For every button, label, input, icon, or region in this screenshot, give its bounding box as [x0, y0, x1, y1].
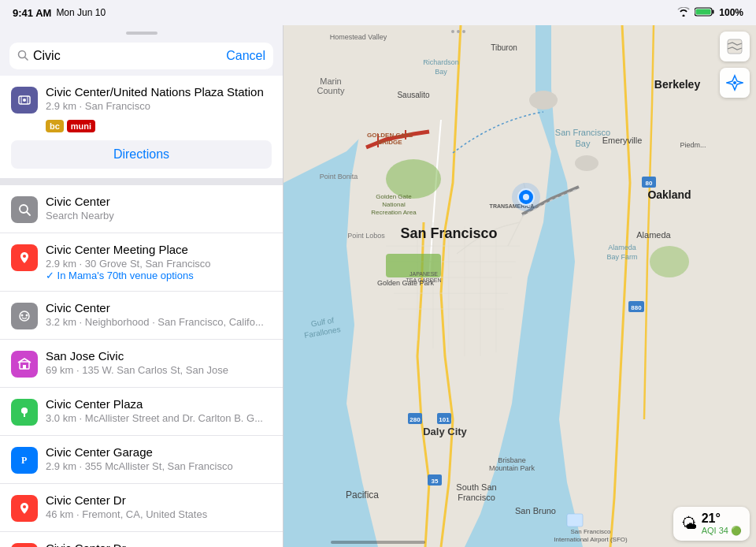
result-icon-pin [11, 244, 38, 271]
home-indicator [331, 541, 425, 544]
svg-marker-5 [551, 25, 756, 547]
result-icon-neighborhood [11, 303, 38, 329]
location-button[interactable] [720, 68, 750, 98]
svg-point-93 [21, 314, 24, 317]
svg-point-40 [512, 183, 540, 211]
svg-text:80: 80 [646, 180, 653, 187]
svg-point-79 [457, 30, 460, 33]
result-icon-parking: P [11, 447, 38, 474]
result-icon-pin2 [11, 495, 38, 522]
list-item[interactable]: Civic Center Plaza 3.0 km · McAllister S… [0, 388, 283, 436]
svg-point-88 [23, 99, 26, 102]
first-result-icon [11, 87, 38, 113]
result-sub: Search Nearby [46, 210, 272, 221]
result-name: Civic Center Meeting Place [46, 243, 272, 256]
svg-text:San Francisco: San Francisco [555, 128, 610, 137]
result-content: Civic Center 3.2 km · Neighborhood · San… [46, 301, 272, 328]
status-time: 9:41 AM [13, 7, 51, 19]
weather-aqi: AQI 34 🟢 [702, 526, 742, 536]
svg-text:GOLDEN GATE: GOLDEN GATE [367, 132, 413, 139]
svg-text:Francisco: Francisco [458, 493, 495, 502]
results-list: Civic Center/United Nations Plaza Statio… [0, 76, 283, 547]
svg-point-78 [451, 30, 454, 33]
result-name: Civic Center Plaza [46, 397, 272, 411]
separator-1 [0, 179, 283, 185]
svg-text:Piedm...: Piedm... [680, 141, 706, 149]
svg-text:South San: South San [456, 482, 496, 492]
svg-text:Daly City: Daly City [423, 426, 467, 437]
result-sub: 69 km · 135 W. San Carlos St, San Jose [46, 364, 272, 376]
svg-text:Marin: Marin [320, 76, 342, 86]
directions-button[interactable]: Directions [11, 140, 272, 169]
result-venue-link[interactable]: ✓ In Mama's 70th venue options [46, 270, 272, 281]
result-name: Civic Center [46, 195, 272, 208]
svg-text:San Francisco: San Francisco [570, 528, 611, 535]
svg-text:P: P [21, 455, 27, 466]
result-icon-park [11, 399, 38, 426]
list-item[interactable]: Civic Center Dr 63 km · Santa Clara, CA,… [0, 532, 283, 547]
result-sub: 3.2 km · Neighborhood · San Francisco, C… [46, 316, 272, 328]
status-bar: 9:41 AM Mon Jun 10 100% [0, 0, 756, 25]
first-result-item[interactable]: Civic Center/United Nations Plaza Statio… [0, 76, 283, 179]
svg-text:Berkeley: Berkeley [654, 78, 701, 91]
first-result-content: Civic Center/United Nations Plaza Statio… [46, 85, 272, 112]
svg-text:280: 280 [410, 416, 421, 423]
svg-text:JAPANESE: JAPANESE [410, 271, 438, 277]
svg-text:TEA GARDEN: TEA GARDEN [406, 277, 441, 283]
map-area[interactable]: San Francisco Daly City South San Franci… [284, 25, 756, 547]
map-type-button[interactable] [720, 32, 750, 61]
result-sub: 3.0 km · McAllister Street and Dr. Carlt… [46, 412, 272, 424]
result-icon-venue [11, 351, 38, 378]
badge-muni: muni [67, 120, 95, 132]
result-name: Civic Center Dr [46, 493, 272, 507]
list-item[interactable]: Civic Center Search Nearby [0, 185, 283, 233]
weather-widget[interactable]: 🌤 21° AQI 34 🟢 [673, 507, 750, 541]
svg-rect-96 [23, 365, 26, 369]
list-item[interactable]: Civic Center Meeting Place 2.9 km · 30 G… [0, 233, 283, 292]
cancel-button[interactable]: Cancel [226, 49, 265, 63]
svg-text:Bay Farm: Bay Farm [606, 253, 637, 261]
svg-text:National: National [382, 201, 406, 208]
svg-text:Point Lobos: Point Lobos [347, 232, 385, 240]
list-item[interactable]: Civic Center Dr 46 km · Fremont, CA, Uni… [0, 484, 283, 532]
svg-text:Golden Gate: Golden Gate [376, 193, 412, 200]
svg-point-99 [21, 408, 28, 414]
weather-temp: 21° [702, 512, 742, 526]
svg-text:Mountain Park: Mountain Park [489, 464, 536, 472]
result-sub: 2.9 km · 30 Grove St, San Francisco [46, 258, 272, 270]
result-sub: 2.9 km · 355 McAllister St, San Francisc… [46, 460, 272, 472]
badge-bart: bc [46, 120, 64, 132]
result-icon-search [11, 196, 38, 223]
search-bar: Cancel [9, 43, 273, 69]
result-name: Civic Center [46, 301, 272, 314]
svg-text:Oakland: Oakland [647, 188, 691, 201]
weather-info: 21° AQI 34 🟢 [702, 512, 742, 536]
svg-text:International Airport (SFO): International Airport (SFO) [554, 536, 628, 543]
result-content: Civic Center Dr 46 km · Fremont, CA, Uni… [46, 493, 272, 520]
list-item[interactable]: P Civic Center Garage 2.9 km · 355 McAll… [0, 436, 283, 484]
result-content: Civic Center Search Nearby [46, 195, 272, 221]
svg-text:San Francisco: San Francisco [400, 225, 497, 241]
svg-point-7 [529, 91, 558, 110]
svg-text:Recreation Area: Recreation Area [371, 209, 417, 216]
search-icon [17, 50, 28, 63]
sidebar: Cancel Civic Center/United Nations Plaza… [0, 25, 284, 547]
list-item[interactable]: Civic Center 3.2 km · Neighborhood · San… [0, 292, 283, 340]
svg-text:Sausalito: Sausalito [397, 91, 430, 99]
list-item[interactable]: San Jose Civic 69 km · 135 W. San Carlos… [0, 340, 283, 388]
svg-text:101: 101 [439, 416, 450, 423]
svg-text:Alameda: Alameda [636, 230, 671, 240]
svg-rect-2 [696, 9, 711, 14]
svg-line-90 [27, 212, 30, 215]
svg-point-92 [20, 311, 29, 321]
svg-text:880: 880 [631, 304, 642, 311]
svg-point-24 [650, 246, 689, 277]
result-icon-pin3 [11, 543, 38, 547]
svg-rect-1 [713, 9, 714, 13]
battery-pct: 100% [719, 7, 743, 18]
svg-text:San Bruno: San Bruno [515, 506, 556, 515]
drag-handle[interactable] [126, 32, 158, 35]
svg-text:Point Bonita: Point Bonita [320, 173, 358, 180]
search-input[interactable] [33, 49, 221, 63]
result-content: Civic Center Garage 2.9 km · 355 McAllis… [46, 445, 272, 472]
